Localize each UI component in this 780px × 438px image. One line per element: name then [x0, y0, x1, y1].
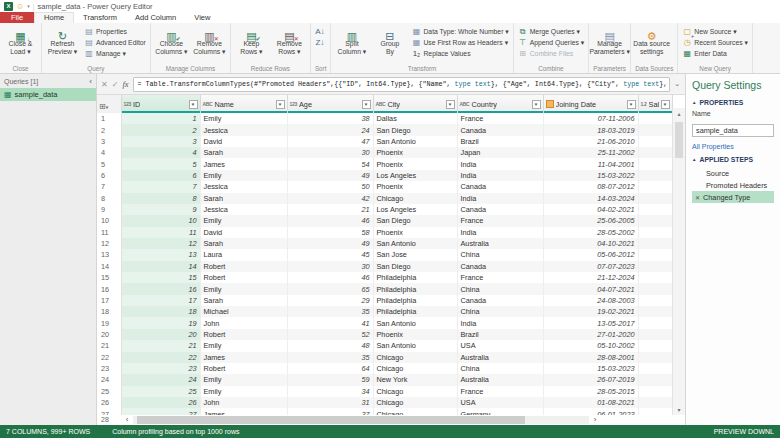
cell[interactable]: 23 [121, 363, 200, 374]
cell[interactable]: San Antonio [373, 136, 457, 147]
cell[interactable] [638, 397, 672, 408]
cell[interactable]: Sarah [200, 238, 287, 249]
cell[interactable]: 06-01-2023 [543, 408, 638, 415]
filter-button[interactable]: ▼ [189, 100, 198, 109]
cell[interactable]: 25-06-2005 [543, 215, 638, 226]
cell[interactable]: Australia [457, 374, 543, 385]
row-number[interactable]: 18 [97, 306, 121, 317]
cell[interactable]: 37 [287, 408, 373, 415]
enter-data-button[interactable]: ▦Enter Data [680, 48, 750, 59]
cell[interactable]: 19-02-2021 [543, 306, 638, 317]
cell[interactable]: Chicago [373, 193, 457, 204]
cell[interactable]: 04-10-2021 [543, 238, 638, 249]
cell[interactable]: Canada [457, 261, 543, 272]
cell[interactable]: 28-05-2015 [543, 386, 638, 397]
cell[interactable]: 50 [287, 181, 373, 192]
cell[interactable]: 47 [287, 136, 373, 147]
cell[interactable]: 01-08-2021 [543, 397, 638, 408]
horizontal-scroll-thumb[interactable] [137, 416, 525, 424]
filter-button[interactable]: ▼ [532, 100, 541, 109]
cell[interactable] [638, 136, 672, 147]
column-header-age[interactable]: 123Age▼ [287, 95, 373, 113]
cell[interactable]: Robert [200, 272, 287, 283]
cell[interactable]: 15-03-2022 [543, 170, 638, 181]
row-number[interactable]: 12 [97, 238, 121, 249]
cell[interactable]: 6 [121, 170, 200, 181]
cell[interactable]: 59 [287, 374, 373, 385]
cell[interactable]: James [200, 352, 287, 363]
cancel-formula-icon[interactable]: ✕ [101, 80, 108, 89]
row-number[interactable]: 26 [97, 397, 121, 408]
cell[interactable]: 64 [287, 363, 373, 374]
cell[interactable]: Canada [457, 295, 543, 306]
cell[interactable] [638, 204, 672, 215]
cell[interactable]: Los Angeles [373, 204, 457, 215]
cell[interactable]: Chicago [373, 397, 457, 408]
cell[interactable]: John [200, 397, 287, 408]
combine-files-button[interactable]: ⊞Combine Files [516, 48, 586, 59]
column-header-name[interactable]: ABCName▼ [200, 95, 287, 113]
row-number[interactable]: 23 [97, 363, 121, 374]
cell[interactable]: France [457, 215, 543, 226]
row-number[interactable]: 6 [97, 170, 121, 181]
cell[interactable]: Australia [457, 238, 543, 249]
cell[interactable]: 04-07-2021 [543, 283, 638, 294]
sort-ascending-button[interactable]: A↓ [313, 26, 327, 37]
cell[interactable]: 8 [121, 193, 200, 204]
sort-descending-button[interactable]: Z↓ [313, 37, 327, 48]
row-number[interactable]: 20 [97, 329, 121, 340]
row-number[interactable]: 27 [97, 408, 121, 415]
cell[interactable]: 13 [121, 249, 200, 260]
cell[interactable]: Sarah [200, 147, 287, 158]
cell[interactable] [638, 238, 672, 249]
cell[interactable]: 24-08-2003 [543, 295, 638, 306]
cell[interactable]: San Diego [373, 215, 457, 226]
row-number[interactable]: 24 [97, 374, 121, 385]
cell[interactable]: Michael [200, 306, 287, 317]
cell[interactable]: Emily [200, 283, 287, 294]
row-number[interactable]: 22 [97, 352, 121, 363]
cell[interactable] [638, 306, 672, 317]
feedback-smiley-icon[interactable]: ☺ [16, 2, 24, 11]
cell[interactable]: 11-04-2001 [543, 158, 638, 169]
vertical-scroll-thumb[interactable] [675, 122, 683, 158]
cell[interactable]: Canada [457, 204, 543, 215]
row-number[interactable]: 1 [97, 113, 121, 124]
cell[interactable]: Phoenix [373, 181, 457, 192]
cell[interactable]: India [457, 170, 543, 181]
commit-formula-icon[interactable]: ✓ [112, 80, 119, 89]
cell[interactable]: Emily [200, 340, 287, 351]
cell[interactable]: Phoenix [373, 329, 457, 340]
cell[interactable] [638, 193, 672, 204]
all-properties-link[interactable]: All Properties [692, 143, 774, 150]
cell[interactable]: 10 [121, 215, 200, 226]
cell[interactable]: 35 [287, 306, 373, 317]
cell[interactable]: 30 [287, 261, 373, 272]
cell[interactable]: India [457, 158, 543, 169]
row-number[interactable]: 21 [97, 340, 121, 351]
cell[interactable]: Dallas [373, 113, 457, 124]
cell[interactable]: David [200, 227, 287, 238]
cell[interactable]: Robert [200, 261, 287, 272]
cell[interactable]: Philadelphia [373, 272, 457, 283]
row-number[interactable]: 25 [97, 386, 121, 397]
cell[interactable]: Chicago [373, 363, 457, 374]
cell[interactable] [638, 408, 672, 415]
cell[interactable]: James [200, 158, 287, 169]
cell[interactable]: 13-05-2017 [543, 317, 638, 328]
cell[interactable]: David [200, 136, 287, 147]
manage-button[interactable]: ▥Manage ▾ [82, 48, 148, 59]
cell[interactable]: Chicago [373, 408, 457, 415]
advanced-editor-button[interactable]: ▤Advanced Editor [82, 37, 148, 48]
cell[interactable]: India [457, 317, 543, 328]
cell[interactable]: France [457, 272, 543, 283]
cell[interactable] [638, 170, 672, 181]
recent-sources-button[interactable]: ◷Recent Sources ▾ [680, 37, 750, 48]
cell[interactable]: 3 [121, 136, 200, 147]
cell[interactable] [638, 352, 672, 363]
cell[interactable]: 24 [287, 124, 373, 135]
cell[interactable]: Jessica [200, 181, 287, 192]
refresh-preview-button[interactable]: ↻RefreshPreview ▾ [44, 24, 81, 56]
cell[interactable] [638, 329, 672, 340]
cell[interactable] [638, 124, 672, 135]
